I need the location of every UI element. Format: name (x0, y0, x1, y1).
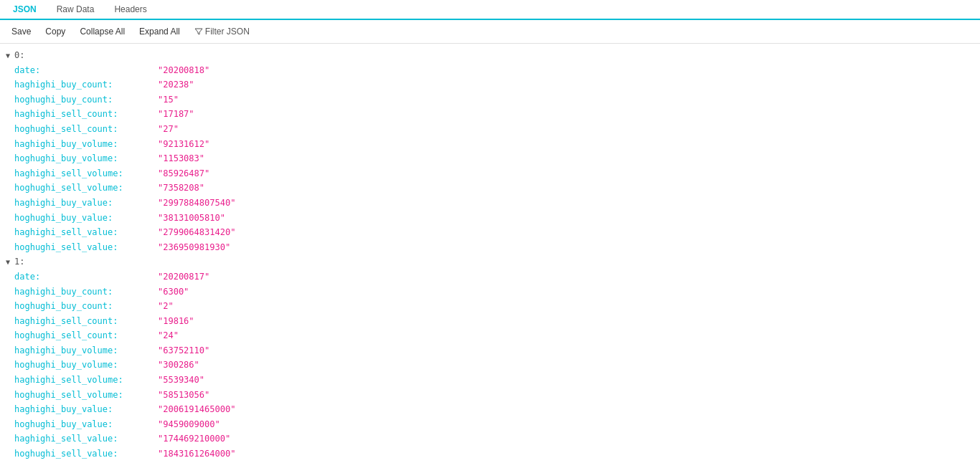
value-hoghu-sell-value-0: "236950981930" (158, 241, 230, 254)
key-hoghu-buy-count-0: hoghughi_buy_count: (14, 93, 158, 107)
json-content-area[interactable]: ▼ 0: date: "20200818" haghighi_buy_count… (0, 44, 980, 465)
value-hoghu-sell-count-0: "27" (158, 123, 179, 136)
field-1-hghi-sell-value: haghighi_sell_value: "174469210000" (0, 431, 980, 446)
field-0-hghi-sell-value: haghighi_sell_value: "2799064831420" (0, 225, 980, 240)
filter-json-button[interactable]: Filter JSON (189, 24, 255, 39)
key-hoghu-sell-volume-1: hoghughi_sell_volume: (14, 388, 158, 402)
field-0-hoghu-sell-count: hoghughi_sell_count: "27" (0, 122, 980, 137)
field-1-hghi-sell-volume: haghighi_sell_volume: "5539340" (0, 373, 980, 388)
tab-bar: JSON Raw Data Headers (0, 0, 980, 20)
field-1-hoghu-sell-volume: hoghughi_sell_volume: "58513056" (0, 388, 980, 403)
field-1-hghi-buy-volume: haghighi_buy_volume: "63752110" (0, 343, 980, 358)
collapse-arrow-0[interactable]: ▼ (6, 50, 13, 62)
key-hoghu-buy-value-0: hoghughi_buy_value: (14, 211, 158, 225)
value-hoghu-buy-value-0: "38131005810" (158, 211, 225, 225)
field-1-hghi-sell-count: haghighi_sell_count: "19816" (0, 314, 980, 329)
field-0-hghi-buy-volume: haghighi_buy_volume: "92131612" (0, 137, 980, 152)
key-hoghu-buy-volume-0: hoghughi_buy_volume: (14, 152, 158, 166)
value-hghi-buy-volume-0: "92131612" (158, 138, 209, 151)
field-0-date: date: "20200818" (0, 63, 980, 78)
collapse-all-button[interactable]: Collapse All (74, 24, 131, 39)
field-0-hghi-buy-count: haghighi_buy_count: "20238" (0, 77, 980, 92)
key-hghi-buy-value-1: haghighi_buy_value: (14, 403, 158, 416)
value-hghi-sell-count-1: "19816" (158, 315, 194, 328)
key-hoghu-buy-volume-1: hoghughi_buy_volume: (14, 358, 158, 372)
key-date-1: date: (14, 270, 158, 284)
collapse-arrow-1[interactable]: ▼ (6, 257, 13, 268)
save-button[interactable]: Save (6, 24, 37, 39)
value-hghi-sell-count-0: "17187" (158, 108, 194, 121)
key-hoghu-sell-count-0: hoghughi_sell_count: (14, 123, 158, 136)
field-0-hghi-sell-volume: haghighi_sell_volume: "85926487" (0, 166, 980, 181)
value-hoghu-buy-volume-1: "300286" (158, 358, 199, 372)
key-hghi-sell-count-1: haghighi_sell_count: (14, 315, 158, 328)
field-1-hghi-buy-count: haghighi_buy_count: "6300" (0, 285, 980, 300)
field-1-hoghu-buy-volume: hoghughi_buy_volume: "300286" (0, 358, 980, 373)
field-1-hghi-buy-value: haghighi_buy_value: "2006191465000" (0, 402, 980, 417)
expand-all-button[interactable]: Expand All (133, 24, 186, 39)
value-hghi-buy-count-0: "20238" (158, 78, 194, 92)
value-hoghu-sell-count-1: "24" (158, 329, 179, 343)
key-hoghu-sell-volume-0: hoghughi_sell_volume: (14, 181, 158, 195)
key-hghi-buy-volume-1: haghighi_buy_volume: (14, 344, 158, 358)
record-0-header[interactable]: ▼ 0: (0, 48, 980, 63)
key-hoghu-sell-value-1: hoghughi_sell_value: (14, 447, 158, 461)
key-hghi-sell-volume-0: haghighi_sell_volume: (14, 167, 158, 181)
key-hghi-buy-volume-0: haghighi_buy_volume: (14, 138, 158, 151)
filter-icon (194, 27, 203, 36)
value-hghi-buy-value-0: "2997884807540" (158, 196, 235, 210)
value-date-0: "20200818" (158, 64, 209, 77)
value-hghi-sell-volume-1: "5539340" (158, 373, 204, 387)
field-1-hoghu-buy-value: hoghughi_buy_value: "9459009000" (0, 417, 980, 432)
field-1-hoghu-buy-count: hoghughi_buy_count: "2" (0, 299, 980, 314)
value-hoghu-buy-volume-0: "1153083" (158, 152, 204, 166)
index-label-0: 0: (14, 49, 24, 62)
index-label-2: 2: (14, 462, 24, 465)
toolbar: Save Copy Collapse All Expand All Filter… (0, 20, 980, 44)
field-1-hoghu-sell-count: hoghughi_sell_count: "24" (0, 328, 980, 343)
key-hghi-sell-value-1: haghighi_sell_value: (14, 432, 158, 446)
key-hghi-sell-count-0: haghighi_sell_count: (14, 108, 158, 121)
filter-json-label: Filter JSON (205, 27, 250, 37)
value-date-1: "20200817" (158, 270, 209, 284)
value-hghi-buy-volume-1: "63752110" (158, 344, 209, 358)
key-hoghu-buy-count-1: hoghughi_buy_count: (14, 300, 158, 313)
key-hoghu-sell-value-0: hoghughi_sell_value: (14, 241, 158, 254)
field-0-hghi-sell-count: haghighi_sell_count: "17187" (0, 107, 980, 122)
key-date-0: date: (14, 64, 158, 77)
key-hghi-sell-value-0: haghighi_sell_value: (14, 226, 158, 239)
value-hoghu-sell-volume-1: "58513056" (158, 388, 209, 402)
key-hghi-buy-count-0: haghighi_buy_count: (14, 78, 158, 92)
key-hghi-buy-value-0: haghighi_buy_value: (14, 196, 158, 210)
value-hoghu-sell-value-1: "1843161264000" (158, 447, 235, 461)
field-0-hghi-buy-value: haghighi_buy_value: "2997884807540" (0, 196, 980, 211)
tab-headers[interactable]: Headers (104, 0, 156, 19)
index-label-1: 1: (14, 255, 24, 269)
value-hghi-sell-value-0: "2799064831420" (158, 226, 235, 239)
value-hoghu-buy-count-0: "15" (158, 93, 179, 107)
collapse-arrow-2[interactable]: ▼ (6, 464, 13, 465)
value-hghi-buy-count-1: "6300" (158, 285, 189, 299)
field-0-hoghu-sell-value: hoghughi_sell_value: "236950981930" (0, 240, 980, 255)
value-hoghu-sell-volume-0: "7358208" (158, 181, 204, 195)
record-1-header[interactable]: ▼ 1: (0, 254, 980, 269)
copy-button[interactable]: Copy (39, 24, 71, 39)
key-hghi-buy-count-1: haghighi_buy_count: (14, 285, 158, 299)
value-hghi-sell-value-1: "174469210000" (158, 432, 230, 446)
key-hoghu-buy-value-1: hoghughi_buy_value: (14, 418, 158, 431)
record-2-header[interactable]: ▼ 2: (0, 462, 980, 465)
value-hoghu-buy-value-1: "9459009000" (158, 418, 220, 431)
field-0-hoghu-buy-count: hoghughi_buy_count: "15" (0, 92, 980, 108)
field-0-hoghu-sell-volume: hoghughi_sell_volume: "7358208" (0, 181, 980, 196)
field-1-date: date: "20200817" (0, 269, 980, 285)
field-0-hoghu-buy-volume: hoghughi_buy_volume: "1153083" (0, 151, 980, 166)
value-hghi-buy-value-1: "2006191465000" (158, 403, 235, 416)
field-1-hoghu-sell-value: hoghughi_sell_value: "1843161264000" (0, 446, 980, 462)
key-hoghu-sell-count-1: hoghughi_sell_count: (14, 329, 158, 343)
tab-json[interactable]: JSON (3, 0, 47, 20)
field-0-hoghu-buy-value: hoghughi_buy_value: "38131005810" (0, 211, 980, 226)
value-hghi-sell-volume-0: "85926487" (158, 167, 209, 181)
value-hoghu-buy-count-1: "2" (158, 300, 174, 313)
key-hghi-sell-volume-1: haghighi_sell_volume: (14, 373, 158, 387)
tab-raw-data[interactable]: Raw Data (47, 0, 105, 19)
